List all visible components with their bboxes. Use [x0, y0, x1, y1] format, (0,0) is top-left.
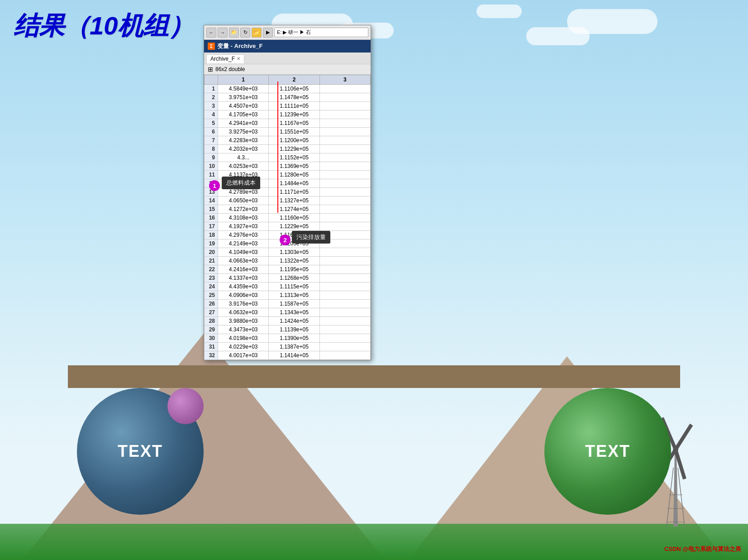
cell-col3 — [319, 222, 370, 231]
row-number: 21 — [205, 257, 218, 265]
data-dimensions: 86x2 double — [215, 66, 245, 72]
red-annotation-line — [277, 81, 278, 213]
cell-col2: 1.1327e+05 — [269, 196, 319, 205]
col-header-row — [205, 75, 218, 85]
arrow-right[interactable]: ▶ — [263, 28, 273, 38]
cell-col1: 4.3108e+03 — [218, 214, 269, 222]
csdn-watermark: CSDN @电力系统与算法之美 — [664, 545, 741, 553]
cell-col2: 1.1239e+05 — [269, 110, 319, 119]
landscape-bottom — [0, 524, 748, 560]
forward-button[interactable]: → — [218, 28, 228, 38]
folder-button[interactable]: 📁 — [229, 28, 239, 38]
table-row: 144.0650e+031.1327e+05 — [205, 196, 371, 205]
cell-col1: 4.0632e+03 — [218, 308, 269, 317]
sphere-right: TEXT — [544, 388, 671, 515]
cell-col1: 3.9275e+03 — [218, 128, 269, 136]
path-display: E: ▶ 研一 ▶ 石 — [274, 28, 368, 37]
row-number: 15 — [205, 205, 218, 214]
cell-col1: 3.9880e+03 — [218, 317, 269, 325]
cell-col1: 4.0663e+03 — [218, 257, 269, 265]
cell-col1: 4.0650e+03 — [218, 196, 269, 205]
svg-line-4 — [676, 450, 685, 479]
table-row: 94.3...1.1152e+05 — [205, 153, 371, 162]
tab-close-button[interactable]: ✕ — [237, 56, 240, 61]
cell-col2: 1.1424e+05 — [269, 317, 319, 325]
col-header-3[interactable]: 3 — [319, 75, 370, 85]
cell-col3 — [319, 205, 370, 214]
cell-col2: 1.1115e+05 — [269, 282, 319, 291]
table-row: 164.3108e+031.1160e+05 — [205, 214, 371, 222]
cell-col2: 1.1200e+05 — [269, 136, 319, 145]
back-button[interactable]: ← — [206, 28, 216, 38]
badge-1: 1 — [209, 180, 220, 191]
window-title-bar: Σ 变量 - Archive_F — [204, 40, 371, 53]
cell-col3 — [319, 274, 370, 282]
title-icon: Σ — [208, 43, 215, 50]
table-row: 174.1927e+031.1229e+05 — [205, 222, 371, 231]
cell-col3 — [319, 179, 370, 188]
badge-1-label: 1 — [213, 182, 216, 189]
cell-col2: 1.1152e+05 — [269, 153, 319, 162]
cell-col1: 4.2283e+03 — [218, 136, 269, 145]
row-number: 1 — [205, 85, 218, 93]
cell-col1: 3.9751e+03 — [218, 93, 269, 102]
row-number: 3 — [205, 102, 218, 110]
cell-col1: 4.2149e+03 — [218, 239, 269, 248]
cell-col1: 3.9176e+03 — [218, 300, 269, 308]
table-row: 154.1272e+031.1274e+05 — [205, 205, 371, 214]
table-row: 44.1705e+031.1239e+05 — [205, 110, 371, 119]
cell-col2: 1.1195e+05 — [269, 265, 319, 274]
row-number: 9 — [205, 153, 218, 162]
cell-col3 — [319, 291, 370, 300]
tooltip-2-text: 污染排放量 — [296, 234, 326, 240]
cell-col2: 1.1139e+05 — [269, 325, 319, 334]
cell-col3 — [319, 257, 370, 265]
cell-col3 — [319, 128, 370, 136]
col-header-2[interactable]: 2 — [269, 75, 319, 85]
row-number: 11 — [205, 171, 218, 179]
row-number: 18 — [205, 231, 218, 239]
cell-col3 — [319, 145, 370, 153]
table-row: 283.9880e+031.1424e+05 — [205, 317, 371, 325]
cell-col3 — [319, 196, 370, 205]
tab-archive-f[interactable]: Archive_F ✕ — [206, 54, 244, 63]
table-row: 104.0253e+031.1369e+05 — [205, 162, 371, 171]
row-number: 23 — [205, 274, 218, 282]
cell-col1: 4.2032e+03 — [218, 145, 269, 153]
folder-yellow[interactable]: 📂 — [252, 28, 262, 38]
cell-col3 — [319, 162, 370, 171]
table-row: 204.1049e+031.1303e+05 — [205, 248, 371, 257]
cell-col1: 4.4507e+03 — [218, 102, 269, 110]
cell-col1: 4.2416e+03 — [218, 265, 269, 274]
cell-col2: 1.1111e+05 — [269, 102, 319, 110]
table-row: 263.9176e+031.1587e+05 — [205, 300, 371, 308]
sphere-right-text: TEXT — [585, 442, 630, 461]
row-number: 8 — [205, 145, 218, 153]
sphere-small-purple — [167, 388, 204, 424]
cloud-5 — [476, 5, 522, 18]
row-number: 25 — [205, 291, 218, 300]
window-title-text: 变量 - Archive_F — [217, 42, 262, 50]
table-row: 54.2941e+031.1167e+05 — [205, 119, 371, 128]
cell-col2: 1.1303e+05 — [269, 248, 319, 257]
cell-col2: 1.1390e+05 — [269, 334, 319, 343]
cell-col1: 4.1272e+03 — [218, 205, 269, 214]
table-row: 314.0229e+031.1387e+05 — [205, 343, 371, 351]
col-header-1[interactable]: 1 — [218, 75, 269, 85]
cell-col2: 1.1369e+05 — [269, 162, 319, 171]
table-row: 234.1337e+031.1268e+05 — [205, 274, 371, 282]
cell-col1: 4.2941e+03 — [218, 119, 269, 128]
cell-col2: 1.1322e+05 — [269, 257, 319, 265]
cell-col1: 4.0229e+03 — [218, 343, 269, 351]
table-row: 14.5849e+031.1106e+05 — [205, 85, 371, 93]
cell-col3 — [319, 248, 370, 257]
row-number: 4 — [205, 110, 218, 119]
cell-col3 — [319, 102, 370, 110]
table-row: 254.0906e+031.1313e+05 — [205, 291, 371, 300]
tab-label: Archive_F — [210, 56, 235, 62]
refresh-button[interactable]: ↻ — [240, 28, 250, 38]
cell-col3 — [319, 334, 370, 343]
sphere-left-text: TEXT — [118, 442, 163, 461]
row-number: 14 — [205, 196, 218, 205]
table-row: 34.4507e+031.1111e+05 — [205, 102, 371, 110]
